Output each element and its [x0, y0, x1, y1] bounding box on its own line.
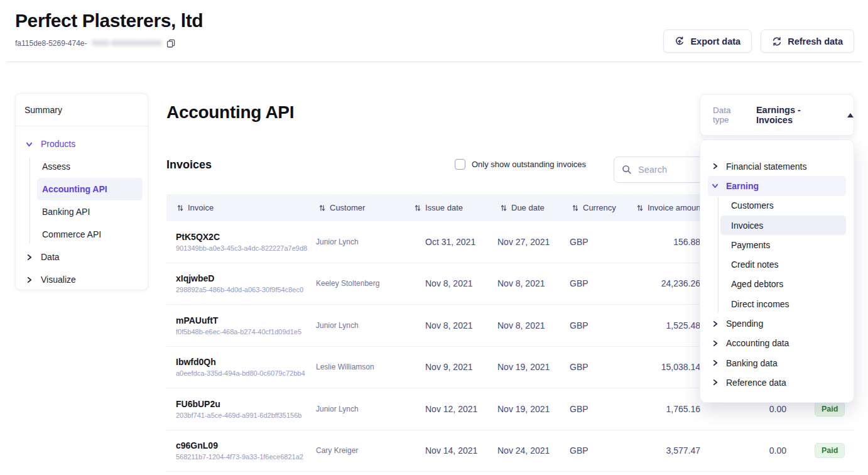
column-header-issue-date[interactable]: Issue date	[415, 194, 463, 221]
outstanding-filter: Only show outstanding invoices	[455, 159, 586, 170]
sidebar-item-label: Products	[41, 139, 75, 149]
chevron-right-icon	[26, 254, 34, 261]
tree-item-label: Spending	[726, 319, 763, 329]
currency-cell: GBP	[570, 320, 589, 330]
customer-cell: Junior Lynch	[316, 405, 359, 413]
sort-icon	[572, 204, 578, 212]
tree-item-label: Accounting data	[726, 338, 789, 348]
column-header-label: Customer	[330, 203, 365, 212]
section-heading-accounting-api: Accounting API	[166, 102, 294, 123]
header-actions: Export data Refresh data	[663, 30, 854, 53]
column-header-label: Currency	[583, 203, 616, 212]
sort-icon	[177, 204, 183, 212]
tree-item-label: Financial statements	[726, 161, 806, 172]
outstanding-checkbox-label: Only show outstanding invoices	[472, 160, 586, 169]
column-header-label: Invoice	[188, 203, 214, 212]
invoice-id: a0eefdca-335d-494a-bd80-0c6079c72bb4	[176, 369, 305, 377]
currency-cell: GBP	[570, 404, 589, 414]
column-header-due-date[interactable]: Due date	[501, 194, 545, 221]
sort-icon	[415, 204, 421, 212]
issue-date-cell: Nov 8, 2021	[425, 320, 473, 330]
currency-cell: GBP	[570, 362, 589, 372]
refresh-data-button[interactable]: Refresh data	[761, 30, 854, 53]
column-header-customer[interactable]: Customer	[319, 194, 365, 221]
invoice-cell: FU6bUP2u203bf741-a5ce-469d-a991-6d2bff35…	[176, 399, 301, 419]
invoice-cell: mPAUuftTf0f5b48b-e6ec-468a-b274-40cf1d09…	[176, 315, 301, 336]
company-id: fa115de8-5269-474e-0000-000000000000	[15, 39, 175, 48]
currency-cell: GBP	[570, 237, 589, 247]
sidebar-item-products[interactable]: Products	[21, 133, 143, 155]
chevron-right-icon	[712, 379, 719, 386]
issue-date-cell: Nov 8, 2021	[425, 278, 473, 288]
status-badge: Paid	[815, 443, 845, 458]
sidebar-item-summary[interactable]: Summary	[16, 94, 148, 126]
chevron-down-icon	[712, 182, 719, 189]
copy-icon[interactable]	[166, 39, 175, 48]
currency-cell: GBP	[570, 445, 589, 456]
invoice-id: 298892a5-486b-4d0d-a063-30f9f54c8ec0	[176, 286, 303, 293]
tree-item-spending[interactable]: Spending	[708, 314, 846, 333]
chevron-right-icon	[712, 320, 719, 327]
outstanding-checkbox[interactable]	[455, 159, 465, 170]
sidebar-subitems: AssessAccounting APIBanking APICommerce …	[21, 155, 143, 246]
column-header-invoice[interactable]: Invoice	[177, 194, 214, 221]
chevron-down-icon	[26, 141, 34, 148]
sidebar-item-accounting-api[interactable]: Accounting API	[37, 178, 143, 200]
issue-date-cell: Nov 9, 2021	[425, 362, 473, 372]
due-date-cell: Nov 19, 2021	[497, 404, 550, 414]
invoice-amount-cell: 1,525.48	[666, 320, 701, 330]
status-cell: Paid	[815, 443, 845, 458]
tree-item-accounting-data[interactable]: Accounting data	[708, 334, 846, 353]
tree-item-aged-debtors[interactable]: Aged debtors	[720, 275, 846, 294]
status-badge: Paid	[815, 401, 845, 417]
due-date-cell: Nov 19, 2021	[497, 362, 550, 372]
invoice-cell: Ibwfd0Qha0eefdca-335d-494a-bd80-0c6079c7…	[176, 357, 305, 377]
search-icon	[622, 165, 632, 175]
column-header-label: Issue date	[425, 203, 463, 212]
table-row[interactable]: c96GnL09568211b7-1204-4f73-9a33-1f6ece68…	[166, 430, 854, 472]
sidebar-item-commerce-api[interactable]: Commerce API	[37, 223, 143, 246]
tree-item-credit-notes[interactable]: Credit notes	[720, 254, 846, 274]
customer-cell: Keeley Stoltenberg	[316, 279, 379, 288]
sidebar-nav-body: ProductsAssessAccounting APIBanking APIC…	[16, 126, 148, 291]
sidebar-item-banking-api[interactable]: Banking API	[37, 200, 143, 223]
customer-cell: Junior Lynch	[316, 321, 359, 330]
invoice-amount-cell: 15,038.14	[661, 362, 700, 372]
column-header-currency[interactable]: Currency	[572, 194, 616, 221]
export-icon	[675, 36, 685, 46]
invoice-id: f0f5b48b-e6ec-468a-b274-40cf1d09d1e5	[176, 328, 301, 336]
export-data-label: Export data	[690, 36, 741, 46]
tree-item-banking-data[interactable]: Banking data	[708, 353, 846, 373]
chevron-right-icon	[712, 340, 719, 347]
datatype-dropdown[interactable]: Data type Earnings - Invoices	[700, 94, 854, 136]
datatype-value: Earnings - Invoices	[756, 105, 838, 125]
sidebar-item-label: Visualize	[41, 275, 76, 285]
tree-item-reference-data[interactable]: Reference data	[708, 373, 846, 392]
chevron-right-icon	[712, 163, 719, 170]
sort-icon	[501, 204, 507, 212]
invoice-amount-cell: 3,577.47	[666, 445, 701, 456]
invoice-id: 568211b7-1204-4f73-9a33-1f6ece6821a2	[176, 453, 303, 461]
sidebar-item-label: Data	[41, 252, 60, 262]
invoice-cell: c96GnL09568211b7-1204-4f73-9a33-1f6ece68…	[176, 440, 303, 461]
tree-item-payments[interactable]: Payments	[720, 235, 846, 254]
sort-icon	[319, 204, 325, 212]
due-date-cell: Nov 24, 2021	[497, 445, 550, 456]
sidebar-item-assess[interactable]: Assess	[37, 155, 143, 178]
sidebar-item-data[interactable]: Data	[21, 246, 143, 268]
tree-item-label: Reference data	[726, 378, 786, 388]
due-date-cell: Nov 27, 2021	[497, 237, 550, 247]
page-title: Perfect Plasterers, ltd	[15, 10, 203, 31]
tree-item-financial-statements[interactable]: Financial statements	[708, 156, 846, 176]
tree-item-label: Earning	[726, 181, 759, 191]
column-header-invoice-amount[interactable]: Invoice amount	[637, 194, 703, 221]
amount-due-cell: 0.00	[769, 445, 786, 456]
tree-item-direct-incomes[interactable]: Direct incomes	[720, 294, 846, 314]
tree-item-invoices[interactable]: Invoices	[720, 216, 846, 235]
export-data-button[interactable]: Export data	[663, 30, 752, 53]
issue-date-cell: Nov 14, 2021	[425, 445, 477, 456]
tree-item-customers[interactable]: Customers	[720, 196, 846, 216]
sidebar-item-visualize[interactable]: Visualize	[21, 268, 143, 291]
tree-item-earning[interactable]: Earning	[708, 176, 846, 195]
column-header-label: Due date	[511, 203, 545, 212]
